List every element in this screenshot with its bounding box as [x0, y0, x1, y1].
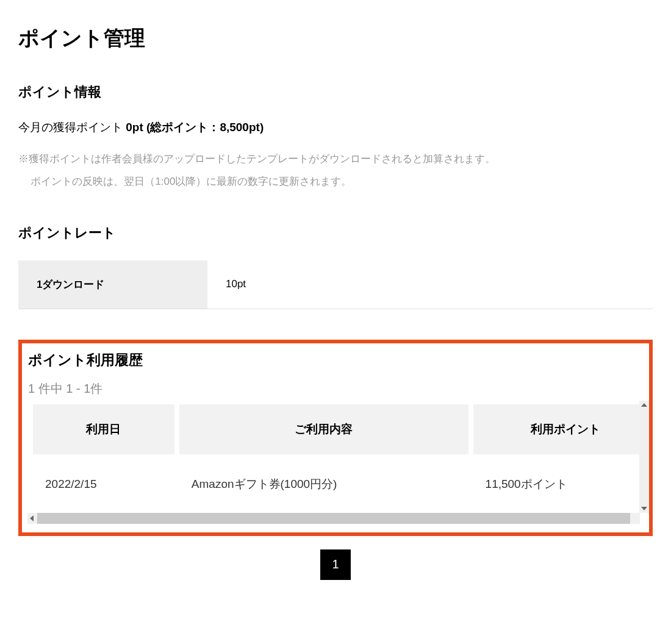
- history-section-title: ポイント利用履歴: [28, 351, 643, 370]
- summary-paren-close: ): [260, 121, 264, 134]
- point-summary: 今月の獲得ポイント 0pt (総ポイント：8,500pt): [18, 120, 653, 135]
- page-title: ポイント管理: [18, 24, 653, 52]
- point-note: ※獲得ポイントは作者会員様のアップロードしたテンプレートがダウンロードされると加…: [18, 148, 653, 193]
- rate-row: 1ダウンロード 10pt: [18, 260, 653, 309]
- vertical-scrollbar[interactable]: [639, 401, 649, 513]
- history-col-date: 利用日: [33, 404, 174, 454]
- rate-section-title: ポイントレート: [18, 224, 653, 242]
- summary-paren-open: (: [143, 121, 151, 134]
- history-cell-date: 2022/2/15: [33, 458, 174, 509]
- scroll-up-icon: [641, 403, 647, 407]
- history-cell-desc: Amazonギフト券(1000円分): [179, 458, 468, 509]
- history-col-points: 利用ポイント: [473, 404, 639, 454]
- pagination: 1: [18, 549, 653, 580]
- history-cell-points: 11,500ポイント: [473, 458, 639, 509]
- scroll-right-icon: [634, 515, 637, 521]
- rate-value: 10pt: [207, 260, 653, 309]
- scroll-left-icon: [30, 515, 34, 521]
- page-1-button[interactable]: 1: [320, 549, 351, 580]
- rate-table: 1ダウンロード 10pt: [18, 260, 653, 309]
- history-row: 2022/2/15 Amazonギフト券(1000円分) 11,500ポイント: [33, 458, 639, 509]
- history-table: 利用日 ご利用内容 利用ポイント 2022/2/15 Amazonギフト券(10…: [28, 401, 639, 513]
- summary-label: 今月の獲得ポイント: [18, 121, 126, 134]
- scroll-down-icon: [641, 507, 647, 510]
- history-scroll[interactable]: 利用日 ご利用内容 利用ポイント 2022/2/15 Amazonギフト券(10…: [28, 401, 639, 513]
- summary-total-label: 総ポイント：: [150, 121, 220, 134]
- summary-month-points: 0pt: [126, 121, 143, 134]
- horizontal-scrollbar[interactable]: [28, 513, 639, 524]
- rate-label: 1ダウンロード: [18, 260, 207, 309]
- history-count: 1 件中 1 - 1件: [28, 381, 643, 397]
- history-box: ポイント利用履歴 1 件中 1 - 1件 利用日 ご利用内容 利用ポイント 20…: [18, 340, 653, 536]
- history-col-desc: ご利用内容: [179, 404, 468, 454]
- info-section-title: ポイント情報: [18, 83, 653, 101]
- note-line1: ※獲得ポイントは作者会員様のアップロードしたテンプレートがダウンロードされると加…: [18, 153, 495, 165]
- note-line2: ポイントの反映は、翌日（1:00以降）に最新の数字に更新されます。: [18, 170, 653, 193]
- summary-total-points: 8,500pt: [220, 121, 259, 134]
